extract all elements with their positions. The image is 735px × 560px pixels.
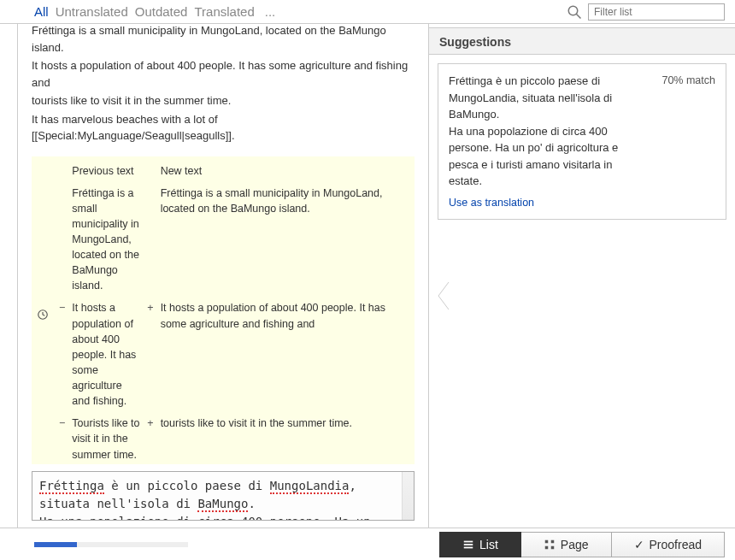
editor-text: Ha una popolazione di circa 400 persone.… — [39, 515, 371, 521]
check-icon: ✓ — [634, 538, 644, 551]
diff-new: Fréttinga is a small municipality in Mun… — [157, 182, 406, 298]
tab-translated[interactable]: Translated — [194, 4, 254, 19]
suggestions-header: Suggestions — [429, 27, 735, 55]
view-page-button[interactable]: Page — [521, 532, 612, 557]
list-icon — [462, 539, 474, 551]
grid-icon — [544, 539, 556, 551]
translation-editor[interactable]: Fréttinga è un piccolo paese di MungoLan… — [32, 471, 415, 521]
tab-outdated[interactable]: Outdated — [135, 4, 188, 19]
diff-sign: − — [56, 297, 68, 412]
svg-rect-9 — [551, 545, 555, 549]
tab-all[interactable]: All — [34, 4, 49, 19]
diff-new: tourists like to visit it in the summer … — [157, 412, 406, 464]
editor-text: . — [248, 497, 255, 510]
view-proofread-button[interactable]: ✓ Proofread — [612, 532, 725, 557]
diff-prev-header: Previous text — [68, 163, 144, 182]
svg-line-1 — [576, 14, 580, 18]
source-text: Fréttinga is a small municipality in Mun… — [32, 24, 415, 146]
view-list-button[interactable]: List — [439, 532, 521, 557]
svg-rect-6 — [545, 539, 549, 543]
diff-sign — [56, 182, 68, 298]
diff-old: Fréttinga is a small municipality in Mun… — [68, 182, 144, 298]
filter-input[interactable] — [588, 3, 725, 21]
source-line: tourists like to visit it in the summer … — [32, 92, 415, 109]
editor-text: è un piccolo paese di — [104, 479, 270, 492]
view-list-label: List — [479, 538, 498, 551]
editor-word: MungoLandia — [270, 479, 350, 494]
diff-sign: + — [144, 297, 156, 412]
diff-box: Previous text New text Fréttinga is a sm… — [32, 156, 415, 465]
diff-old: Tourists like to visit it in the summer … — [68, 412, 144, 464]
source-line: It hosts a population of about 400 peopl… — [32, 57, 415, 91]
source-line: It has marvelous beaches with a lot of [… — [32, 111, 415, 144]
diff-sign: − — [56, 412, 68, 464]
use-as-translation-link[interactable]: Use as translation — [449, 195, 534, 211]
view-page-label: Page — [561, 538, 589, 551]
tab-more[interactable]: ... — [265, 4, 276, 19]
bottom-toolbar: List Page ✓ Proofread — [0, 528, 735, 560]
diff-sign: + — [144, 412, 156, 464]
history-icon — [37, 309, 49, 321]
diff-old: It hosts a population of about 400 peopl… — [68, 297, 144, 412]
diff-new: It hosts a population of about 400 peopl… — [157, 297, 406, 412]
editor-word: Fréttinga — [39, 479, 104, 494]
tab-untranslated[interactable]: Untranslated — [56, 4, 128, 19]
suggestion-match: 70% match — [662, 73, 715, 89]
svg-rect-8 — [545, 545, 549, 549]
view-proofread-label: Proofread — [650, 538, 702, 551]
filter-tabs: All Untranslated Outdated Translated ... — [34, 4, 275, 19]
svg-rect-7 — [551, 539, 555, 543]
suggestion-text: Fréttinga è un piccolo paese di MungoLan… — [449, 73, 715, 190]
suggestion-item[interactable]: 70% match Fréttinga è un piccolo paese d… — [438, 63, 726, 220]
right-pane: Suggestions 70% match Fréttinga è un pic… — [428, 24, 735, 528]
progress-fill — [34, 542, 77, 547]
diff-sign — [144, 182, 156, 298]
search-icon[interactable] — [566, 3, 583, 21]
left-pane: Fréttinga is a small municipality in Mun… — [18, 24, 428, 528]
diff-new-header: New text — [157, 163, 406, 182]
editor-word: BaMungo — [197, 497, 248, 512]
source-line: Fréttinga is a small municipality in Mun… — [32, 24, 415, 56]
collapse-handle[interactable] — [437, 280, 450, 311]
top-toolbar: All Untranslated Outdated Translated ... — [0, 0, 735, 24]
scrollbar[interactable] — [402, 472, 414, 520]
svg-point-0 — [568, 6, 578, 15]
progress-bar — [34, 542, 188, 547]
